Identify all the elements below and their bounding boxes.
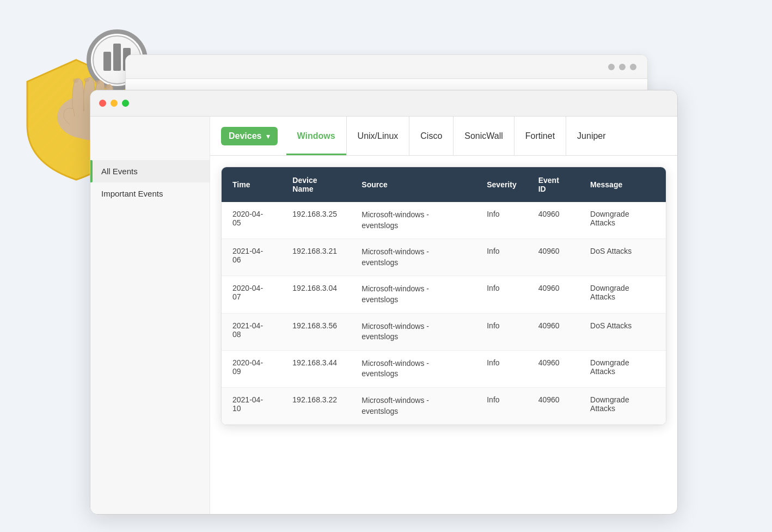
cell-event-id: 40960 — [528, 387, 579, 424]
cell-event-id: 40960 — [528, 239, 579, 276]
cell-device-name: 192.168.3.22 — [281, 387, 351, 424]
back-dot-2 — [619, 64, 626, 70]
page-wrapper: All Events Important Events Devices ▾ Wi… — [0, 0, 772, 532]
cell-message: Downgrade Attacks — [579, 202, 666, 239]
col-header-time: Time — [222, 167, 281, 202]
table-row[interactable]: 2020-04-09192.168.3.44Microsoft-windows … — [222, 350, 666, 387]
cell-event-id: 40960 — [528, 350, 579, 387]
tab-windows-label: Windows — [297, 131, 335, 141]
table-container: Time Device Name Source Severity Event I… — [210, 156, 677, 514]
svg-point-11 — [84, 78, 89, 82]
sidebar-item-all-events-label: All Events — [101, 167, 138, 176]
cell-event-id: 40960 — [528, 276, 579, 313]
cell-device-name: 192.168.3.04 — [281, 276, 351, 313]
cell-time: 2021-04-06 — [222, 239, 281, 276]
svg-point-10 — [73, 78, 78, 83]
tab-sonicwall[interactable]: SonicWall — [454, 117, 514, 155]
tab-fortinet-label: Fortinet — [525, 131, 555, 141]
cell-source: Microsoft-windows - eventslogs — [351, 276, 476, 313]
cell-severity: Info — [476, 350, 527, 387]
cell-severity: Info — [476, 202, 527, 239]
cell-severity: Info — [476, 239, 527, 276]
table-row[interactable]: 2021-04-06192.168.3.21Microsoft-windows … — [222, 239, 666, 276]
col-header-severity: Severity — [476, 167, 527, 202]
tab-cisco[interactable]: Cisco — [409, 117, 454, 155]
devices-dropdown[interactable]: Devices ▾ — [221, 127, 278, 145]
cell-device-name: 192.168.3.21 — [281, 239, 351, 276]
cell-severity: Info — [476, 276, 527, 313]
close-button-dot[interactable] — [99, 100, 106, 107]
cell-severity: Info — [476, 387, 527, 424]
svg-rect-4 — [103, 52, 111, 71]
table-row[interactable]: 2020-04-07192.168.3.04Microsoft-windows … — [222, 276, 666, 313]
cell-device-name: 192.168.3.25 — [281, 202, 351, 239]
svg-point-13 — [105, 84, 110, 89]
svg-rect-5 — [113, 44, 121, 71]
cell-time: 2021-04-10 — [222, 387, 281, 424]
col-header-event-id: Event ID — [528, 167, 579, 202]
tab-sonicwall-label: SonicWall — [464, 131, 503, 141]
minimize-button-dot[interactable] — [111, 100, 118, 107]
cell-time: 2021-04-08 — [222, 313, 281, 350]
cell-message: Downgrade Attacks — [579, 387, 666, 424]
browser-content: All Events Important Events Devices ▾ Wi… — [90, 117, 677, 514]
cell-device-name: 192.168.3.44 — [281, 350, 351, 387]
cell-time: 2020-04-09 — [222, 350, 281, 387]
sidebar-item-all-events[interactable]: All Events — [90, 160, 210, 182]
table-header-row: Time Device Name Source Severity Event I… — [222, 167, 666, 202]
tab-windows[interactable]: Windows — [286, 117, 347, 155]
sidebar: All Events Important Events — [90, 117, 210, 514]
sidebar-item-important-events[interactable]: Important Events — [90, 182, 210, 205]
table-card: Time Device Name Source Severity Event I… — [221, 167, 666, 425]
events-table: Time Device Name Source Severity Event I… — [222, 167, 666, 425]
cell-time: 2020-04-07 — [222, 276, 281, 313]
sidebar-item-important-events-label: Important Events — [101, 189, 163, 198]
tab-unix-linux-label: Unix/Linux — [358, 131, 399, 141]
cell-event-id: 40960 — [528, 313, 579, 350]
devices-dropdown-label: Devices — [229, 131, 262, 141]
cell-source: Microsoft-windows - eventslogs — [351, 239, 476, 276]
tab-cisco-label: Cisco — [420, 131, 442, 141]
back-dot-1 — [608, 64, 615, 70]
cell-message: Downgrade Attacks — [579, 276, 666, 313]
browser-controls — [99, 100, 129, 107]
cell-source: Microsoft-windows - eventslogs — [351, 202, 476, 239]
cell-severity: Info — [476, 313, 527, 350]
chevron-down-icon: ▾ — [266, 132, 270, 140]
col-header-message: Message — [579, 167, 666, 202]
back-dot-3 — [630, 64, 636, 70]
maximize-button-dot[interactable] — [122, 100, 129, 107]
table-row[interactable]: 2020-04-05192.168.3.25Microsoft-windows … — [222, 202, 666, 239]
cell-message: DoS Attacks — [579, 239, 666, 276]
cell-message: Downgrade Attacks — [579, 350, 666, 387]
cell-message: DoS Attacks — [579, 313, 666, 350]
browser-title-bar — [90, 90, 677, 117]
tab-juniper-label: Juniper — [577, 131, 605, 141]
tab-bar: Devices ▾ Windows Unix/Linux Cisco Sonic… — [210, 117, 677, 156]
col-header-device-name: Device Name — [281, 167, 351, 202]
cell-source: Microsoft-windows - eventslogs — [351, 387, 476, 424]
table-row[interactable]: 2021-04-10192.168.3.22Microsoft-windows … — [222, 387, 666, 424]
cell-source: Microsoft-windows - eventslogs — [351, 350, 476, 387]
tab-unix-linux[interactable]: Unix/Linux — [347, 117, 410, 155]
svg-point-12 — [95, 80, 100, 84]
tab-juniper[interactable]: Juniper — [566, 117, 616, 155]
browser-window-main: All Events Important Events Devices ▾ Wi… — [90, 90, 678, 515]
cell-event-id: 40960 — [528, 202, 579, 239]
back-title-bar — [126, 55, 647, 79]
cell-device-name: 192.168.3.56 — [281, 313, 351, 350]
cell-source: Microsoft-windows - eventslogs — [351, 313, 476, 350]
col-header-source: Source — [351, 167, 476, 202]
table-row[interactable]: 2021-04-08192.168.3.56Microsoft-windows … — [222, 313, 666, 350]
cell-time: 2020-04-05 — [222, 202, 281, 239]
main-content: Devices ▾ Windows Unix/Linux Cisco Sonic… — [210, 117, 677, 514]
tab-fortinet[interactable]: Fortinet — [514, 117, 566, 155]
